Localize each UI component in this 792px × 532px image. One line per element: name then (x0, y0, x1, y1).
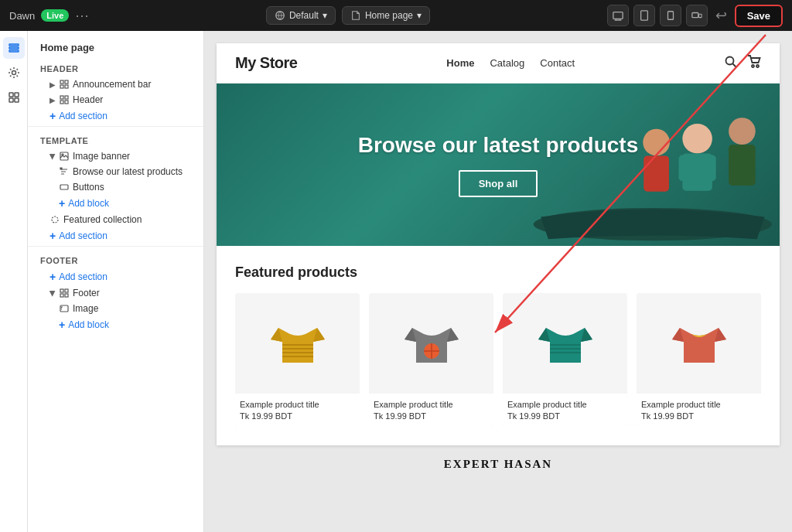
viewport-icon-4[interactable] (686, 5, 708, 26)
buttons-item[interactable]: Buttons (28, 179, 203, 195)
svg-rect-18 (60, 96, 63, 99)
template-add-section[interactable]: + Add section (28, 227, 203, 244)
nav-catalog[interactable]: Catalog (490, 57, 524, 69)
header-add-label: Add section (59, 111, 108, 121)
preview-area: My Store Home Catalog Contact (204, 31, 792, 532)
add-footer-block-icon: + (59, 319, 65, 331)
store-name: My Store (235, 54, 297, 72)
caret-icon-3: ▶ (49, 153, 57, 159)
product-image-3 (503, 293, 627, 394)
layers-button[interactable] (3, 37, 25, 59)
divider-2 (28, 246, 203, 247)
icon-sidebar (0, 31, 28, 532)
featured-section: Featured products (217, 246, 780, 445)
product-name-2: Example product title (374, 400, 489, 409)
svg-rect-6 (9, 44, 19, 46)
header-item[interactable]: ▶ Header (28, 92, 203, 107)
product-image-4 (637, 293, 761, 394)
svg-rect-38 (705, 155, 716, 181)
footer-image-item[interactable]: Image (28, 301, 203, 316)
save-button[interactable]: Save (735, 5, 783, 27)
svg-rect-15 (65, 80, 68, 84)
search-icon[interactable] (724, 55, 738, 72)
collection-icon (50, 214, 60, 225)
nav-contact[interactable]: Contact (540, 57, 575, 69)
buttons-label: Buttons (73, 182, 104, 193)
svg-rect-5 (698, 14, 702, 17)
product-image-1 (235, 293, 360, 394)
svg-rect-17 (65, 85, 68, 88)
cart-icon[interactable] (747, 55, 761, 72)
topbar: Dawn Live ⋯ Default ▾ Home page ▾ ↩ Save (0, 0, 792, 31)
watermark: Expert Hasan (217, 445, 780, 483)
page-label: Home page (365, 10, 413, 21)
store-preview: My Store Home Catalog Contact (217, 43, 780, 445)
product-card-3[interactable]: Example product title Tk 19.99 BDT (503, 293, 627, 427)
store-header: My Store Home Catalog Contact (217, 43, 780, 84)
shop-all-button[interactable]: Shop all (459, 170, 538, 197)
add-icon: + (50, 110, 56, 122)
header-label: Header (73, 94, 103, 105)
svg-rect-12 (9, 98, 13, 102)
tshirt-red (668, 312, 730, 374)
browse-products-label: Browse our latest products (73, 166, 183, 177)
footer-add-block[interactable]: + Add block (28, 316, 203, 333)
svg-rect-28 (60, 294, 63, 297)
viewport-icon-1[interactable] (607, 5, 629, 26)
footer-image-label: Image (73, 303, 98, 314)
product-info-3: Example product title Tk 19.99 BDT (503, 394, 627, 427)
footer-item[interactable]: ▶ Footer (28, 285, 203, 301)
live-badge: Live (41, 9, 69, 22)
header-add-section[interactable]: + Add section (28, 107, 203, 124)
text-icon (59, 166, 70, 177)
template-add-block[interactable]: + Add block (28, 195, 203, 212)
svg-rect-40 (729, 145, 756, 186)
image-banner-item[interactable]: ▶ Image banner (28, 148, 203, 164)
viewport-icon-3[interactable] (660, 5, 681, 26)
topbar-center: Default ▾ Home page ▾ (266, 6, 430, 25)
nav-home[interactable]: Home (446, 57, 474, 69)
svg-point-41 (644, 129, 671, 156)
announcement-bar-item[interactable]: ▶ Announcement bar (28, 77, 203, 92)
add-block-icon: + (59, 197, 65, 210)
svg-rect-37 (679, 155, 690, 181)
panel-sidebar: Home page Header ▶ Announcement bar ▶ He… (28, 31, 204, 532)
svg-rect-19 (65, 96, 68, 99)
theme-selector[interactable]: Default ▾ (266, 6, 336, 25)
announcement-bar-label: Announcement bar (73, 79, 151, 90)
product-card-4[interactable]: Example product title Tk 19.99 BDT (637, 293, 761, 427)
theme-label: Default (289, 10, 319, 21)
more-icon[interactable]: ⋯ (75, 7, 89, 24)
product-info-1: Example product title Tk 19.99 BDT (235, 394, 360, 427)
svg-rect-4 (692, 13, 698, 18)
svg-rect-27 (65, 289, 68, 292)
template-add-label: Add section (59, 230, 108, 241)
footer-label: Footer (73, 288, 100, 298)
product-card-2[interactable]: Example product title Tk 19.99 BDT (369, 293, 493, 427)
svg-rect-10 (9, 93, 13, 97)
apps-button[interactable] (3, 87, 25, 108)
undo-button[interactable]: ↩ (712, 4, 730, 27)
page-selector[interactable]: Home page ▾ (342, 6, 430, 25)
product-name-3: Example product title (507, 400, 623, 409)
product-price-4: Tk 19.99 BDT (641, 411, 756, 421)
page-chevron: ▾ (417, 10, 422, 21)
hero-banner: Browse our latest products Shop all (217, 84, 780, 246)
button-icon (59, 182, 70, 193)
store-header-icons (724, 55, 761, 72)
footer-add-section[interactable]: + Add section (28, 268, 203, 285)
product-card[interactable]: Example product title Tk 19.99 BDT (235, 293, 360, 427)
svg-rect-13 (15, 98, 19, 102)
product-price-2: Tk 19.99 BDT (374, 411, 489, 421)
store-nav: Home Catalog Contact (446, 57, 575, 69)
settings-button[interactable] (3, 62, 25, 84)
viewport-icon-2[interactable] (633, 5, 655, 26)
svg-point-25 (52, 217, 58, 223)
featured-collection-item[interactable]: Featured collection (28, 212, 203, 227)
browse-products-item[interactable]: Browse our latest products (28, 164, 203, 179)
footer-add-section-label: Add section (59, 271, 108, 282)
tshirt-gray (401, 312, 463, 374)
caret-icon: ▶ (50, 80, 56, 89)
featured-title: Featured products (235, 264, 761, 281)
footer-add-block-label: Add block (68, 319, 109, 330)
